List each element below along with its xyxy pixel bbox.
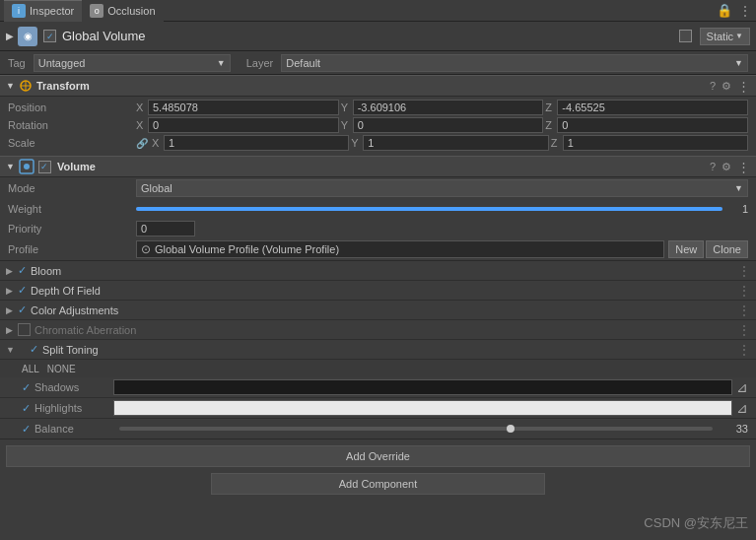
highlights-color-swatch[interactable] — [113, 400, 732, 416]
color-adj-checkbox[interactable]: ✓ — [18, 304, 27, 316]
gameobject-header: ▶ ◉ ✓ Global Volume Static ▼ — [0, 22, 756, 51]
volume-more-icon[interactable]: ⋮ — [737, 160, 750, 174]
all-none-row: ALL NONE — [0, 360, 756, 377]
volume-expand-icon[interactable]: ▼ — [6, 162, 15, 171]
split-toning-more-icon[interactable]: ⋮ — [738, 343, 750, 357]
volume-checkbox[interactable]: ✓ — [38, 161, 51, 173]
shadows-label: Shadows — [34, 381, 113, 393]
scale-values: 🔗 X Y Z — [136, 135, 748, 151]
tab-inspector[interactable]: i Inspector — [4, 0, 82, 22]
bloom-expand-icon[interactable]: ▶ — [6, 266, 13, 276]
transform-more-icon[interactable]: ⋮ — [737, 79, 750, 94]
static-arrow-icon: ▼ — [735, 32, 743, 40]
chromatic-more-icon[interactable]: ⋮ — [738, 323, 750, 337]
go-checkbox[interactable]: ✓ — [43, 30, 56, 42]
color-adj-expand-icon[interactable]: ▶ — [6, 305, 13, 315]
tag-dropdown[interactable]: Untagged ▼ — [34, 54, 231, 72]
scale-label: Scale — [8, 137, 136, 149]
volume-settings-icon[interactable]: ⚙ — [722, 161, 731, 173]
tab-bar: i Inspector o Occlusion 🔒 ⋮ — [0, 0, 756, 22]
balance-row: ✓ Balance 33 — [0, 419, 756, 439]
highlights-checkbox[interactable]: ✓ — [22, 402, 31, 415]
profile-dot-icon: ⊙ — [141, 242, 151, 256]
transform-props: Position X Y Z Rotation X Y Z — [0, 97, 756, 154]
volume-section-header: ▼ ✓ Volume ? ⚙ ⋮ — [0, 156, 756, 177]
chromatic-checkbox[interactable] — [18, 323, 31, 336]
mode-dropdown[interactable]: Global ▼ — [136, 179, 748, 197]
effects-list: ▶ ✓ Bloom ⋮ ▶ ✓ Depth Of Field ⋮ ▶ ✓ Col… — [0, 260, 756, 340]
tag-label: Tag — [8, 57, 26, 69]
color-adj-more-icon[interactable]: ⋮ — [738, 304, 750, 317]
shadows-picker-icon[interactable]: ⊿ — [736, 379, 748, 395]
static-label: Static — [707, 31, 734, 42]
toggle-arrow-icon[interactable]: ▶ — [6, 31, 14, 41]
transform-settings-icon[interactable]: ⚙ — [722, 80, 731, 93]
add-component-button[interactable]: Add Component — [211, 473, 546, 495]
occlusion-tab-icon: o — [90, 4, 103, 18]
go-icon: ◉ — [18, 27, 37, 46]
volume-title: Volume — [57, 161, 96, 172]
balance-slider[interactable] — [119, 427, 713, 431]
tag-layer-row: Tag Untagged ▼ Layer Default ▼ — [0, 51, 756, 75]
bloom-checkbox[interactable]: ✓ — [18, 264, 27, 277]
dof-expand-icon[interactable]: ▶ — [6, 286, 13, 296]
weight-value: 1 — [728, 203, 748, 215]
dof-more-icon[interactable]: ⋮ — [738, 284, 750, 298]
split-toning-checkbox[interactable]: ✓ — [30, 343, 38, 356]
all-button[interactable]: ALL — [22, 364, 39, 374]
position-x-input[interactable] — [148, 100, 339, 115]
balance-checkbox[interactable]: ✓ — [22, 423, 31, 436]
add-override-button[interactable]: Add Override — [6, 445, 750, 467]
transform-expand-icon[interactable]: ▼ — [6, 81, 15, 91]
more-options-icon[interactable]: ⋮ — [738, 3, 752, 19]
position-values: X Y Z — [136, 100, 748, 115]
tag-value: Untagged — [38, 57, 86, 69]
layer-label: Layer — [246, 57, 274, 69]
tab-occlusion[interactable]: o Occlusion — [82, 0, 163, 22]
highlights-picker-icon[interactable]: ⊿ — [736, 400, 748, 416]
position-y-input[interactable] — [353, 100, 544, 115]
mode-arrow-icon: ▼ — [734, 183, 743, 193]
transform-help-icon[interactable]: ? — [710, 80, 716, 92]
pos-x-label: X — [136, 101, 146, 113]
clone-profile-button[interactable]: Clone — [706, 240, 748, 258]
split-toning-expand-icon[interactable]: ▼ — [6, 345, 15, 355]
shadows-checkbox[interactable]: ✓ — [22, 381, 31, 394]
static-checkbox[interactable] — [679, 30, 692, 42]
pos-y-label: Y — [341, 101, 351, 113]
rot-x-label: X — [136, 119, 146, 131]
position-z-input[interactable] — [557, 100, 748, 115]
rotation-values: X Y Z — [136, 117, 748, 133]
scale-y-input[interactable] — [363, 135, 548, 151]
rotation-z-input[interactable] — [557, 117, 748, 133]
profile-field: ⊙ Global Volume Profile (Volume Profile) — [136, 240, 664, 258]
weight-label: Weight — [8, 203, 136, 215]
lock-icon[interactable]: 🔒 — [717, 3, 732, 18]
volume-props: Mode Global ▼ Weight 1 Priority Profile — [0, 177, 756, 260]
bloom-more-icon[interactable]: ⋮ — [738, 264, 750, 278]
priority-label: Priority — [8, 223, 136, 235]
weight-slider[interactable] — [136, 207, 722, 211]
scale-x-input[interactable] — [164, 135, 349, 151]
chromatic-name: Chromatic Aberration — [34, 324, 136, 336]
scale-z-input[interactable] — [563, 135, 748, 151]
shadows-color-swatch[interactable] — [113, 379, 732, 395]
rotation-x-input[interactable] — [148, 117, 339, 133]
bloom-name: Bloom — [31, 265, 61, 277]
layer-dropdown[interactable]: Default ▼ — [281, 54, 748, 72]
volume-component-icon — [19, 159, 34, 174]
inspector-tab-label: Inspector — [30, 5, 74, 17]
priority-input[interactable] — [136, 221, 195, 236]
rotation-y-input[interactable] — [353, 117, 544, 133]
shadows-row: ✓ Shadows ⊿ — [0, 377, 756, 398]
layer-arrow-icon: ▼ — [734, 58, 743, 68]
profile-value: Global Volume Profile (Volume Profile) — [155, 243, 339, 255]
dof-checkbox[interactable]: ✓ — [18, 284, 27, 297]
new-profile-button[interactable]: New — [668, 240, 704, 258]
chromatic-expand-icon[interactable]: ▶ — [6, 325, 13, 335]
effect-chromatic: ▶ Chromatic Aberration ⋮ — [0, 320, 756, 340]
none-button[interactable]: NONE — [47, 364, 76, 374]
static-dropdown[interactable]: Static ▼ — [700, 28, 750, 45]
volume-help-icon[interactable]: ? — [710, 161, 716, 172]
rotation-row: Rotation X Y Z — [0, 116, 756, 134]
